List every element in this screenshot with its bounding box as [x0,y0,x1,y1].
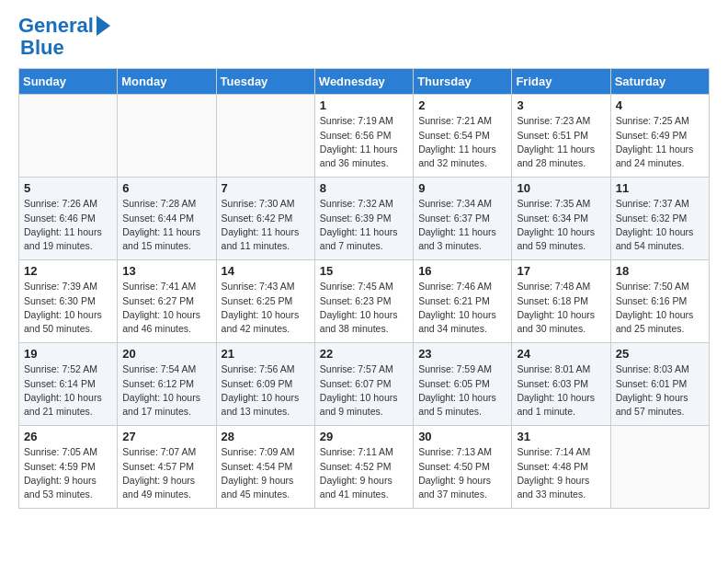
calendar-cell: 29Sunrise: 7:11 AM Sunset: 4:52 PM Dayli… [314,426,413,509]
calendar-cell: 22Sunrise: 7:57 AM Sunset: 6:07 PM Dayli… [314,343,413,426]
calendar-cell: 25Sunrise: 8:03 AM Sunset: 6:01 PM Dayli… [610,343,709,426]
day-number: 17 [517,264,605,278]
calendar-cell: 11Sunrise: 7:37 AM Sunset: 6:32 PM Dayli… [610,178,709,260]
weekday-header: Saturday [610,69,709,95]
logo-arrow-icon [97,16,110,36]
calendar-cell [216,95,314,178]
day-number: 6 [122,181,210,195]
day-number: 5 [24,181,112,195]
day-number: 26 [24,430,112,443]
day-info: Sunrise: 7:56 AM Sunset: 6:09 PM Dayligh… [222,362,310,419]
calendar-table: SundayMondayTuesdayWednesdayThursdayFrid… [18,68,710,509]
day-info: Sunrise: 7:48 AM Sunset: 6:18 PM Dayligh… [517,280,605,336]
calendar-cell: 13Sunrise: 7:41 AM Sunset: 6:27 PM Dayli… [118,260,216,343]
calendar-cell: 6Sunrise: 7:28 AM Sunset: 6:44 PM Daylig… [118,178,216,260]
calendar-cell: 4Sunrise: 7:25 AM Sunset: 6:49 PM Daylig… [610,95,709,178]
calendar-cell [610,426,709,509]
day-info: Sunrise: 7:46 AM Sunset: 6:21 PM Dayligh… [418,280,506,336]
day-number: 29 [320,430,408,443]
calendar-cell [19,95,118,178]
day-number: 24 [517,347,605,361]
day-number: 20 [122,347,210,361]
day-info: Sunrise: 7:39 AM Sunset: 6:30 PM Dayligh… [24,280,112,336]
day-info: Sunrise: 7:28 AM Sunset: 6:44 PM Dayligh… [122,197,210,253]
day-info: Sunrise: 7:54 AM Sunset: 6:12 PM Dayligh… [122,362,210,419]
day-info: Sunrise: 7:11 AM Sunset: 4:52 PM Dayligh… [320,445,408,501]
day-number: 16 [418,264,506,278]
weekday-header: Monday [118,69,216,95]
day-info: Sunrise: 7:23 AM Sunset: 6:51 PM Dayligh… [517,114,605,170]
calendar-week-row: 19Sunrise: 7:52 AM Sunset: 6:14 PM Dayli… [19,343,710,426]
day-info: Sunrise: 7:30 AM Sunset: 6:42 PM Dayligh… [222,197,310,253]
weekday-header: Thursday [414,69,512,95]
day-info: Sunrise: 7:34 AM Sunset: 6:37 PM Dayligh… [418,197,506,253]
calendar-cell: 10Sunrise: 7:35 AM Sunset: 6:34 PM Dayli… [512,178,610,260]
day-number: 14 [222,264,310,278]
calendar-cell: 24Sunrise: 8:01 AM Sunset: 6:03 PM Dayli… [512,343,610,426]
calendar-cell: 7Sunrise: 7:30 AM Sunset: 6:42 PM Daylig… [216,178,314,260]
calendar-week-row: 12Sunrise: 7:39 AM Sunset: 6:30 PM Dayli… [19,260,710,343]
day-info: Sunrise: 7:37 AM Sunset: 6:32 PM Dayligh… [616,197,704,253]
calendar-cell: 16Sunrise: 7:46 AM Sunset: 6:21 PM Dayli… [414,260,512,343]
day-number: 21 [222,347,310,361]
day-info: Sunrise: 7:25 AM Sunset: 6:49 PM Dayligh… [616,114,704,170]
weekday-header: Tuesday [216,69,314,95]
weekday-header: Friday [512,69,610,95]
day-number: 2 [418,98,506,112]
calendar-cell: 17Sunrise: 7:48 AM Sunset: 6:18 PM Dayli… [512,260,610,343]
calendar-cell [118,95,216,178]
calendar-cell: 31Sunrise: 7:14 AM Sunset: 4:48 PM Dayli… [512,426,610,509]
calendar-week-row: 1Sunrise: 7:19 AM Sunset: 6:56 PM Daylig… [19,95,710,178]
header-row: SundayMondayTuesdayWednesdayThursdayFrid… [19,69,710,95]
day-info: Sunrise: 7:19 AM Sunset: 6:56 PM Dayligh… [320,114,408,170]
day-number: 8 [320,181,408,195]
day-info: Sunrise: 7:07 AM Sunset: 4:57 PM Dayligh… [122,445,210,501]
day-number: 25 [616,347,704,361]
day-info: Sunrise: 7:13 AM Sunset: 4:50 PM Dayligh… [418,445,506,501]
calendar-cell: 21Sunrise: 7:56 AM Sunset: 6:09 PM Dayli… [216,343,314,426]
calendar-cell: 26Sunrise: 7:05 AM Sunset: 4:59 PM Dayli… [19,426,118,509]
day-number: 15 [320,264,408,278]
calendar-cell: 2Sunrise: 7:21 AM Sunset: 6:54 PM Daylig… [414,95,512,178]
day-number: 3 [517,98,605,112]
calendar-cell: 19Sunrise: 7:52 AM Sunset: 6:14 PM Dayli… [19,343,118,426]
day-number: 23 [418,347,506,361]
calendar-week-row: 5Sunrise: 7:26 AM Sunset: 6:46 PM Daylig… [19,178,710,260]
calendar-cell: 8Sunrise: 7:32 AM Sunset: 6:39 PM Daylig… [314,178,413,260]
page-container: General Blue SundayMondayTuesdayWednesda… [0,0,728,518]
weekday-header: Wednesday [314,69,413,95]
calendar-cell: 9Sunrise: 7:34 AM Sunset: 6:37 PM Daylig… [414,178,512,260]
day-info: Sunrise: 7:26 AM Sunset: 6:46 PM Dayligh… [24,197,112,253]
day-info: Sunrise: 7:57 AM Sunset: 6:07 PM Dayligh… [320,362,408,419]
day-info: Sunrise: 7:41 AM Sunset: 6:27 PM Dayligh… [122,280,210,336]
day-info: Sunrise: 7:50 AM Sunset: 6:16 PM Dayligh… [616,280,704,336]
day-info: Sunrise: 8:01 AM Sunset: 6:03 PM Dayligh… [517,362,605,419]
day-info: Sunrise: 7:59 AM Sunset: 6:05 PM Dayligh… [418,362,506,419]
day-number: 12 [24,264,112,278]
calendar-cell: 30Sunrise: 7:13 AM Sunset: 4:50 PM Dayli… [414,426,512,509]
day-info: Sunrise: 7:45 AM Sunset: 6:23 PM Dayligh… [320,280,408,336]
calendar-cell: 23Sunrise: 7:59 AM Sunset: 6:05 PM Dayli… [414,343,512,426]
calendar-cell: 27Sunrise: 7:07 AM Sunset: 4:57 PM Dayli… [118,426,216,509]
calendar-cell: 18Sunrise: 7:50 AM Sunset: 6:16 PM Dayli… [610,260,709,343]
day-info: Sunrise: 7:52 AM Sunset: 6:14 PM Dayligh… [24,362,112,419]
day-number: 1 [320,98,408,112]
day-number: 28 [222,430,310,443]
day-info: Sunrise: 7:14 AM Sunset: 4:48 PM Dayligh… [517,445,605,501]
calendar-cell: 1Sunrise: 7:19 AM Sunset: 6:56 PM Daylig… [314,95,413,178]
day-number: 7 [222,181,310,195]
day-number: 13 [122,264,210,278]
day-number: 10 [517,181,605,195]
day-number: 11 [616,181,704,195]
calendar-cell: 28Sunrise: 7:09 AM Sunset: 4:54 PM Dayli… [216,426,314,509]
day-info: Sunrise: 7:35 AM Sunset: 6:34 PM Dayligh… [517,197,605,253]
day-info: Sunrise: 7:05 AM Sunset: 4:59 PM Dayligh… [24,445,112,501]
page-header: General Blue [18,15,710,59]
calendar-cell: 14Sunrise: 7:43 AM Sunset: 6:25 PM Dayli… [216,260,314,343]
logo: General Blue [18,15,110,59]
logo-blue: Blue [20,37,110,59]
calendar-cell: 20Sunrise: 7:54 AM Sunset: 6:12 PM Dayli… [118,343,216,426]
logo-text: General [18,15,94,37]
day-number: 18 [616,264,704,278]
weekday-header: Sunday [19,69,118,95]
